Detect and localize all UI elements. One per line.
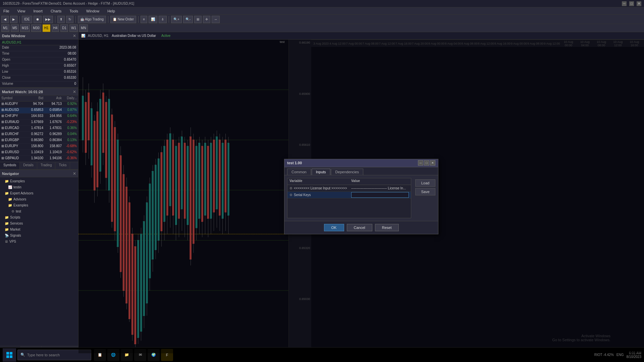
dialog-controls: ─ □ ✕	[418, 160, 435, 166]
back-button[interactable]: ◀	[1, 16, 9, 23]
load-button[interactable]: Load	[415, 179, 435, 187]
autoscroll-button[interactable]: ↔	[212, 16, 220, 23]
dialog-footer: OK Cancel Reset	[284, 221, 438, 234]
gear-icon-1: ⚙	[289, 186, 292, 190]
dialog-maximize[interactable]: □	[424, 160, 429, 166]
tf-d1[interactable]: D1	[60, 24, 68, 32]
navigator-close[interactable]: ✕	[73, 171, 76, 176]
nav-vps[interactable]: 🖥VPS	[0, 238, 78, 244]
menu-insert[interactable]: Insert	[31, 8, 45, 14]
dialog-row-serial[interactable]: ⚙ Serial Keys	[287, 192, 411, 198]
nav-examples-2[interactable]: 📁Examples	[0, 202, 78, 208]
nav-tree: 📁Examples 📈testin 📁Expert Advisors 📁Advi…	[0, 177, 78, 346]
market-watch-header: Market Watch: 16:01:28 ✕	[0, 88, 78, 96]
nav-examples[interactable]: 📁Examples	[0, 178, 78, 184]
maximize-button[interactable]: □	[629, 1, 634, 6]
bar-chart-button[interactable]: 📊	[149, 16, 157, 23]
play-button[interactable]: ▶▶	[43, 16, 53, 23]
menu-help[interactable]: Help	[105, 8, 117, 14]
menu-window[interactable]: Window	[84, 8, 101, 14]
reset-button[interactable]: Reset	[375, 224, 399, 231]
nav-services[interactable]: 📁Services	[0, 220, 78, 226]
tf-m1[interactable]: M1	[1, 24, 9, 32]
nav-test-ea[interactable]: ⚙test	[0, 208, 78, 214]
market-header: Symbol Bid Ask Daily...	[0, 96, 78, 102]
ok-button[interactable]: OK	[324, 224, 344, 231]
dialog-overlay: test 1.00 ─ □ ✕ Common Inputs Dependenci…	[78, 40, 644, 353]
folder-icon-scripts: 📁	[5, 216, 9, 219]
nav-testin[interactable]: 📈testin	[0, 184, 78, 190]
crosshair-button[interactable]: ✛	[203, 16, 210, 23]
tf-mn[interactable]: MN	[79, 24, 88, 32]
mw-tab-trading[interactable]: Trading	[37, 162, 56, 169]
dialog-tab-inputs[interactable]: Inputs	[312, 169, 330, 175]
market-row-audusd[interactable]: ⊞ AUDUSD 0.65853 0.65854 0.87%	[0, 108, 78, 114]
tf-h4[interactable]: H4	[52, 24, 59, 32]
data-window: Data Window ✕ AUDUSD,H1 Date 2023.08.08 …	[0, 32, 78, 87]
main-layout: Data Window ✕ AUDUSD,H1 Date 2023.08.08 …	[0, 32, 644, 353]
zoom-in-button[interactable]: 🔍+	[171, 16, 182, 23]
cancel-button[interactable]: Cancel	[347, 224, 372, 231]
dialog-minimize[interactable]: ─	[418, 160, 423, 166]
tf-m5[interactable]: M5	[11, 24, 19, 32]
save-button[interactable]: Save	[415, 188, 435, 195]
algo-trading-button[interactable]: 🤖 Algo Trading	[78, 16, 106, 23]
forward-button[interactable]: ▶	[10, 16, 17, 23]
market-row-eurgbp[interactable]: ⊞ EURGBP 0.86380 0.86384 0.13%	[0, 138, 78, 144]
zoom-out-button[interactable]: 🔍-	[183, 16, 193, 23]
chart-header: 📊 AUDUSD, H1: Australian Dollar vs US Do…	[78, 32, 644, 40]
market-watch-close[interactable]: ✕	[73, 89, 76, 94]
market-row-euraud[interactable]: ⊞ EURAUD 1.67669 1.67676 -0.23%	[0, 120, 78, 126]
chart-symbol-label: AUDUSD, H1:	[88, 34, 109, 38]
new-order-button[interactable]: 📋 New Order	[110, 16, 136, 23]
nav-signals[interactable]: 📡Signals	[0, 232, 78, 238]
minimize-button[interactable]: ─	[622, 1, 627, 6]
mw-tab-symbols[interactable]: Symbols	[0, 162, 20, 169]
separator-2	[55, 16, 55, 23]
dialog-tab-dependencies[interactable]: Dependencies	[331, 169, 363, 175]
nav-scripts[interactable]: 📁Scripts	[0, 214, 78, 220]
mw-tab-details[interactable]: Details	[20, 162, 37, 169]
tf-h1[interactable]: H1	[43, 24, 50, 32]
menu-view[interactable]: View	[15, 8, 28, 14]
nav-expert-advisors[interactable]: 📁Expert Advisors	[0, 190, 78, 196]
nav-market[interactable]: 📁Market	[0, 226, 78, 232]
market-row-audjpy[interactable]: ⊞ AUDJPY 94.704 94.713 0.92%	[0, 102, 78, 108]
ide-button[interactable]: IDE	[22, 16, 32, 23]
chart-type-button[interactable]: ≡	[141, 16, 147, 23]
svg-rect-115	[10, 355, 12, 358]
menu-file[interactable]: File	[1, 8, 11, 14]
data-window-close[interactable]: ✕	[73, 34, 76, 38]
dialog-close[interactable]: ✕	[430, 160, 435, 166]
serial-keys-input[interactable]	[351, 192, 409, 198]
upload-button[interactable]: ⬆	[57, 16, 65, 23]
nav-advisors[interactable]: 📁Advisors	[0, 196, 78, 202]
menu-tools[interactable]: Tools	[67, 8, 80, 14]
dialog-tab-common[interactable]: Common	[287, 169, 311, 175]
tf-m15[interactable]: M15	[20, 24, 30, 32]
market-row-eurcad[interactable]: ⊞ EURCAD 1.47814 1.47831 0.36%	[0, 126, 78, 132]
tf-w1[interactable]: W1	[69, 24, 78, 32]
menu-charts[interactable]: Charts	[49, 8, 63, 14]
market-row-eurusd[interactable]: ⊞ EURUSD 1.10419 1.10419 -0.62%	[0, 150, 78, 156]
market-row-eurjpy[interactable]: ⊞ EURJPY 158.800 158.807 -0.68%	[0, 144, 78, 150]
start-button[interactable]	[3, 348, 16, 362]
folder-icon-advisors: 📁	[8, 197, 12, 201]
tf-m30[interactable]: M30	[31, 24, 41, 32]
grid-button[interactable]: ⊞	[194, 16, 202, 23]
mw-tab-ticks[interactable]: Ticks	[55, 162, 70, 169]
market-watch: Market Watch: 16:01:28 ✕ Symbol Bid Ask …	[0, 87, 78, 169]
navigator: Navigator ✕ 📁Examples 📈testin 📁Expert Ad…	[0, 169, 78, 353]
market-row-eurchf[interactable]: ⊞ EURCHF 0.96272 0.96289 0.04%	[0, 132, 78, 138]
market-row-gbpaud[interactable]: ⊞ GBPAUD 1.94100 1.94106 -0.36%	[0, 156, 78, 162]
refresh-button[interactable]: ↻	[66, 16, 73, 23]
candle-button[interactable]: 🕯	[159, 16, 167, 23]
market-row-chfjpy[interactable]: ⊞ CHFJPY 164.933 164.956 0.64%	[0, 114, 78, 120]
dialog-tabs: Common Inputs Dependencies	[284, 167, 438, 175]
svg-rect-114	[6, 355, 9, 358]
dialog-side-buttons: Load Save	[414, 178, 435, 218]
dialog-row-license[interactable]: ⚙ <<<<<<<< License Input >>>>>>>> ------…	[287, 185, 411, 192]
data-row-date: Date 2023.08.08	[0, 45, 78, 51]
record-button[interactable]: ⏺	[34, 16, 42, 23]
close-button[interactable]: ✕	[637, 1, 641, 6]
